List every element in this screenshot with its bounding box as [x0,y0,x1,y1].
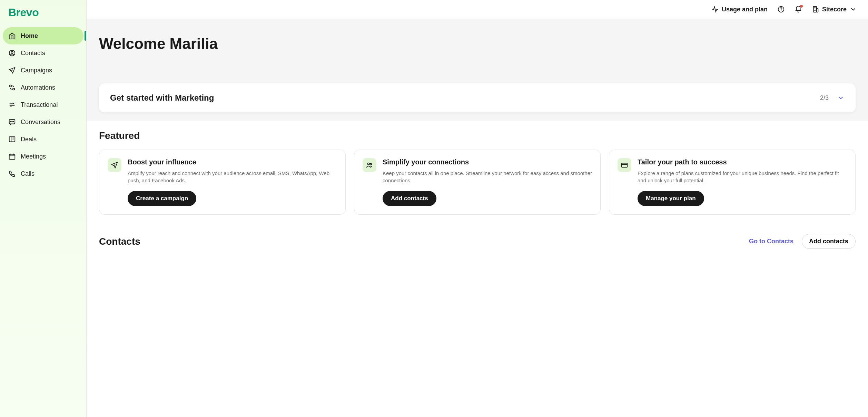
brand-name: Brevo [8,6,39,19]
building-icon [812,6,819,13]
contacts-section: Contacts Go to Contacts Add contacts [87,224,868,267]
notification-dot [800,5,803,8]
card-title: Tailor your path to success [638,158,847,166]
org-switcher[interactable]: Sitecore [812,6,857,13]
card-cta-button[interactable]: Create a campaign [128,191,196,206]
get-started-title: Get started with Marketing [110,93,214,103]
brand-logo[interactable]: Brevo [3,6,83,27]
chevron-down-icon [837,94,845,102]
activity-icon [711,6,719,13]
swap-icon [8,101,16,109]
sidebar-item-label: Home [21,32,38,40]
content: Welcome Marilia Get started with Marketi… [87,19,868,417]
home-icon [8,32,16,40]
get-started-card[interactable]: Get started with Marketing 2/3 [99,83,856,112]
sidebar-item-label: Calls [21,170,34,177]
automation-icon [8,84,16,91]
go-to-contacts-link[interactable]: Go to Contacts [749,238,793,245]
kanban-icon [8,135,16,143]
sidebar-item-calls[interactable]: Calls [3,165,83,182]
card-description: Explore a range of plans customized for … [638,170,847,184]
sidebar-item-conversations[interactable]: Conversations [3,113,83,131]
sidebar-item-label: Contacts [21,50,45,57]
sidebar-item-label: Deals [21,136,37,143]
sidebar-item-automations[interactable]: Automations [3,79,83,96]
sidebar-item-campaigns[interactable]: Campaigns [3,62,83,79]
sidebar-item-home[interactable]: Home [3,27,83,44]
sidebar-item-transactional[interactable]: Transactional [3,96,83,113]
featured-cards: Boost your influenceAmplify your reach a… [99,150,856,215]
help-icon [777,6,785,13]
add-contacts-button[interactable]: Add contacts [802,234,856,249]
main: Usage and plan Sitecore [87,0,868,417]
sidebar-item-contacts[interactable]: Contacts [3,44,83,62]
sidebar-item-label: Meetings [21,153,46,160]
featured-section: Featured Boost your influenceAmplify you… [87,121,868,224]
card-title: Boost your influence [128,158,337,166]
card-icon [618,158,631,172]
help-button[interactable] [777,6,785,13]
chat-icon [8,118,16,126]
sidebar-item-label: Automations [21,84,55,91]
send-icon [8,67,16,74]
featured-card: Boost your influenceAmplify your reach a… [99,150,346,215]
users-icon [363,158,376,172]
topbar: Usage and plan Sitecore [87,0,868,19]
get-started-meta: 2/3 [820,94,845,102]
card-description: Amplify your reach and connect with your… [128,170,337,184]
card-description: Keep your contacts all in one place. Str… [383,170,592,184]
sidebar-item-label: Transactional [21,101,58,109]
card-cta-button[interactable]: Add contacts [383,191,436,206]
calendar-icon [8,153,16,160]
card-cta-button[interactable]: Manage your plan [638,191,704,206]
contacts-title: Contacts [99,236,140,247]
usage-label: Usage and plan [722,6,768,13]
send-icon [108,158,121,172]
featured-title: Featured [99,130,140,141]
user-icon [8,49,16,57]
card-title: Simplify your connections [383,158,592,166]
sidebar: Brevo HomeContactsCampaignsAutomationsTr… [0,0,87,417]
welcome-title: Welcome Marilia [99,35,856,52]
chevron-down-icon [849,6,857,13]
sidebar-item-label: Campaigns [21,67,52,74]
usage-and-plan-link[interactable]: Usage and plan [711,6,768,13]
hero-section: Welcome Marilia Get started with Marketi… [87,19,868,121]
sidebar-item-meetings[interactable]: Meetings [3,148,83,165]
sidebar-item-deals[interactable]: Deals [3,131,83,148]
sidebar-item-label: Conversations [21,119,60,126]
org-name: Sitecore [822,6,847,13]
phone-icon [8,170,16,177]
notifications-button[interactable] [795,6,802,13]
featured-card: Simplify your connectionsKeep your conta… [354,150,601,215]
get-started-progress: 2/3 [820,94,829,102]
featured-card: Tailor your path to successExplore a ran… [609,150,856,215]
nav-list: HomeContactsCampaignsAutomationsTransact… [3,27,83,182]
